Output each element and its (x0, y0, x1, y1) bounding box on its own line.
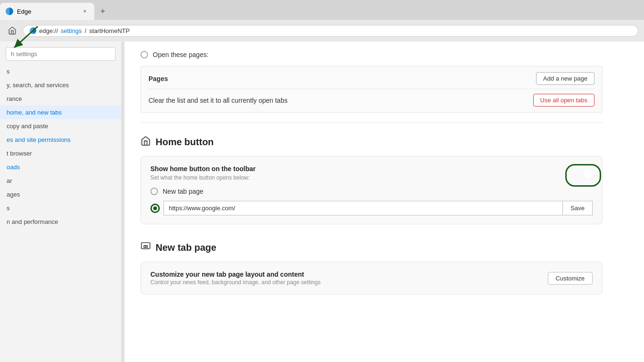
new-tab-section-title: New tab page (156, 242, 216, 253)
url-input-row: Save (150, 201, 593, 215)
url-radio-circle[interactable] (150, 204, 160, 213)
new-tab-section-header: New tab page (140, 228, 603, 262)
address-page: startHomeNTP (89, 27, 130, 34)
sidebar-item-9[interactable]: ages (0, 188, 121, 201)
sidebar-item-2[interactable]: rance (0, 92, 121, 106)
tab-close-btn[interactable]: × (81, 8, 89, 15)
edge-address-logo (30, 27, 36, 34)
sidebar-item-0[interactable]: s (0, 65, 121, 78)
sidebar-item-8[interactable]: ar (0, 174, 121, 188)
customize-title: Customize your new tab page layout and c… (150, 271, 321, 278)
customize-button[interactable]: Customize (548, 272, 593, 285)
sidebar-item-11[interactable]: n and performance (0, 215, 121, 229)
customize-card: Customize your new tab page layout and c… (140, 262, 603, 295)
sidebar-item-7[interactable]: oads (0, 160, 121, 174)
new-tab-radio-circle[interactable] (150, 188, 158, 195)
clear-row: Clear the list and set it to all current… (149, 89, 594, 107)
home-button-section: Home button Show home button on the tool… (140, 123, 603, 224)
customize-sub: Control your news feed, background image… (150, 279, 321, 286)
show-home-label: Show home button on the toolbar (150, 165, 256, 173)
settings-content: Open these pages: Pages Add a new page C… (122, 41, 644, 362)
open-pages-radio-row[interactable]: Open these pages: (140, 51, 603, 58)
edge-tab-logo (6, 8, 13, 15)
browser-tab[interactable]: Edge × (0, 3, 94, 20)
add-new-page-button[interactable]: Add a new page (536, 72, 594, 85)
sidebar-item-3[interactable]: home, and new tabs (0, 106, 121, 119)
pages-table: Pages Add a new page Clear the list and … (140, 66, 603, 113)
scroll-divider (122, 41, 124, 362)
new-tab-radio-label: New tab page (163, 188, 203, 195)
new-tab-section-icon (140, 241, 151, 254)
settings-search-box[interactable] (6, 47, 116, 61)
new-tab-radio-option[interactable]: New tab page (150, 188, 593, 195)
set-home-subtitle: Set what the home button opens below: (150, 174, 593, 181)
home-button-title: Home button (156, 137, 214, 148)
home-button-card: Show home button on the toolbar Set what… (140, 156, 603, 224)
new-tab-section: New tab page Customize your new tab page… (140, 224, 603, 295)
home-button-section-header: Home button (140, 123, 603, 156)
sidebar-item-4[interactable]: copy and paste (0, 119, 121, 133)
sidebar-item-6[interactable]: t browser (0, 147, 121, 160)
save-url-button[interactable]: Save (562, 201, 593, 215)
open-pages-radio[interactable] (140, 51, 148, 58)
address-settings-text: settings (61, 27, 82, 34)
sidebar-item-10[interactable]: s (0, 201, 121, 215)
settings-sidebar: s y, search, and services rance home, an… (0, 41, 122, 362)
address-bar-input[interactable]: edge:// settings / startHomeNTP (23, 25, 638, 37)
clear-list-text: Clear the list and set it to all current… (149, 97, 288, 104)
tab-title: Edge (17, 8, 31, 15)
customize-row: Customize your new tab page layout and c… (150, 271, 593, 286)
address-slash: / (85, 27, 87, 34)
new-tab-button[interactable]: + (96, 5, 109, 18)
open-pages-section: Open these pages: Pages Add a new page C… (140, 41, 603, 123)
pages-label: Pages (149, 75, 168, 82)
address-protocol: edge:// (39, 27, 58, 34)
home-section-icon (140, 136, 151, 148)
use-all-open-tabs-button[interactable]: Use all open tabs (533, 94, 594, 107)
customize-text-block: Customize your new tab page layout and c… (150, 271, 321, 286)
show-home-row: Show home button on the toolbar (150, 165, 593, 173)
sidebar-item-5[interactable]: es and site permissions (0, 133, 121, 147)
pages-header-row: Pages Add a new page (149, 72, 594, 85)
url-input-field[interactable] (164, 201, 562, 215)
open-pages-label: Open these pages: (153, 51, 208, 58)
settings-search-input[interactable] (6, 47, 116, 61)
home-button[interactable] (6, 24, 19, 37)
sidebar-item-1[interactable]: y, search, and services (0, 78, 121, 92)
